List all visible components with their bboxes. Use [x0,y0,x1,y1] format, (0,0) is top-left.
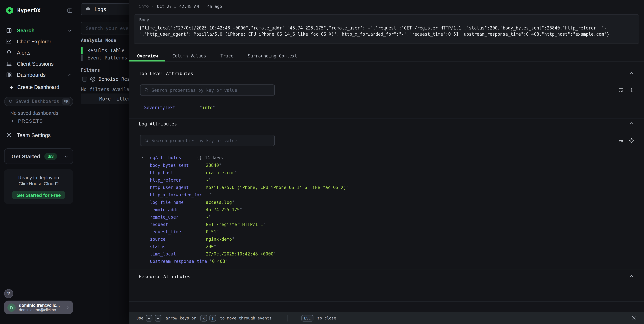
kbd-esc[interactable]: ESC [302,315,313,321]
chevron-down-icon [67,28,72,33]
line-chart-icon [6,38,12,45]
kbd-right-arrow[interactable]: → [155,315,162,321]
attribute-value[interactable]: - [204,192,212,197]
get-started-free-button[interactable]: Get Started for Free [12,191,65,199]
presets-toggle[interactable]: PRESETS [10,119,43,123]
attribute-key[interactable]: body_bytes_sent [150,163,201,168]
team-settings-item[interactable]: Team Settings [6,132,51,138]
section-divider [129,118,644,119]
help-button[interactable]: ? [4,289,13,298]
sidebar-item-alerts[interactable]: Alerts [0,47,77,58]
event-search-input[interactable] [86,25,136,31]
mode-event-patterns[interactable]: Event Patterns [82,54,127,61]
attribute-value[interactable]: 27/Oct/2025:10:42:48 +0000 [203,251,276,256]
section-title-resource-attributes: Resource Attributes [139,274,190,279]
attribute-key[interactable]: status [150,244,201,249]
saved-dashboards-search[interactable]: ⌘K [4,97,73,106]
close-icon[interactable] [631,315,636,321]
source-selector[interactable]: Logs [81,3,136,15]
chevron-up-icon [67,73,72,77]
attribute-value[interactable]: 23840 [203,163,222,168]
attribute-value[interactable]: info [200,105,215,110]
keyboard-hints-bar: Use ← → arrow keys or k j to move throug… [129,312,644,324]
attribute-key[interactable]: SeverityText [144,105,197,110]
attribute-value[interactable]: 0.51 [203,229,219,234]
tab-overview[interactable]: Overview [137,53,158,58]
attribute-key[interactable]: http_host [150,170,201,175]
active-tab-underline [129,60,165,61]
attribute-value[interactable]: 45.74.225.175 [203,207,242,212]
gear-icon[interactable] [629,87,634,93]
caret-down-icon[interactable]: ▾ [142,156,145,159]
attribute-value[interactable]: Mozilla/5.0 (iPhone; CPU iPhone OS 14_6 … [203,185,349,190]
hint-use: Use [136,316,144,320]
saved-dashboards-input[interactable] [16,99,62,104]
search-icon [144,138,149,143]
cmd-k-shortcut: ⌘K [62,98,70,105]
attribute-value[interactable]: 200 [203,244,216,249]
top-level-search-input[interactable] [152,88,271,92]
log-attributes-search-input[interactable] [152,138,271,143]
attribute-key[interactable]: http_user_agent [150,185,201,190]
attribute-key[interactable]: remote_addr [150,207,201,212]
attribute-value[interactable]: 0.408 [210,259,228,264]
search-list-icon [6,27,12,34]
kbd-j[interactable]: j [209,315,216,321]
collapse-sidebar-icon[interactable] [67,7,73,13]
attribute-value[interactable]: GET /register HTTP/1.1 [203,222,266,227]
attribute-value[interactable]: - [203,214,211,219]
sidebar-item-dashboards[interactable]: Dashboards [0,69,77,80]
log-attributes-tools [618,138,634,143]
attribute-row: log.file.name access.log [150,198,234,206]
user-account-card[interactable]: D dominic.tran@clic... dominic.tran@clic… [4,301,73,314]
attribute-key[interactable]: source [150,237,201,241]
sidebar-item-label: Alerts [17,50,30,56]
gear-icon[interactable] [629,138,634,143]
collapse-section-icon[interactable] [629,121,634,126]
sidebar-item-label: Client Sessions [17,61,54,67]
wrap-lines-icon[interactable] [618,138,624,143]
no-saved-dashboards-text: No saved dashboards [10,110,58,116]
chevron-right-icon [10,119,14,123]
attribute-key[interactable]: upstream_response_time [150,259,207,264]
attribute-value[interactable]: - [203,177,211,182]
kbd-left-arrow[interactable]: ← [146,315,152,321]
attribute-row: http_user_agent Mozilla/5.0 (iPhone; CPU… [150,184,349,191]
tab-surrounding-context[interactable]: Surrounding Context [248,53,297,58]
attribute-row: status 200 [150,243,216,250]
attribute-value[interactable]: example.com [203,170,237,175]
kbd-k[interactable]: k [200,315,207,321]
tree-root-key[interactable]: LogAttributes [148,155,194,160]
sidebar-item-client-sessions[interactable]: Client Sessions [0,58,77,69]
more-filters-button[interactable]: More filters [81,94,136,104]
collapse-section-icon[interactable] [629,274,634,279]
tab-column-values[interactable]: Column Values [172,53,206,58]
hint-divider [287,315,288,321]
attribute-key[interactable]: request_time [150,229,201,234]
sidebar-item-chart-explorer[interactable]: Chart Explorer [0,36,77,47]
attribute-key[interactable]: time_local [150,251,201,256]
attribute-key[interactable]: request [150,222,201,227]
log-attributes-search-box[interactable] [140,135,275,146]
attribute-value[interactable]: nginx-demo [203,237,234,241]
mode-results-table[interactable]: Results Table [82,47,127,54]
denoise-checkbox[interactable] [82,77,87,82]
attribute-key[interactable]: http_referer [150,177,201,182]
attribute-key[interactable]: log.file.name [150,200,201,204]
get-started-card[interactable]: Get Started 3/3 [4,149,73,164]
event-detail-panel: info · Oct 27 5:42:48 AM · 4h ago Body {… [129,0,644,324]
attribute-key[interactable]: http_x_forwarded_for [150,192,202,197]
event-search-box[interactable] [81,22,136,34]
event-header: info · Oct 27 5:42:48 AM · 4h ago [139,4,222,8]
top-level-search-box[interactable] [140,84,275,96]
attribute-value[interactable]: access.log [203,200,234,204]
section-title-log-attributes: Log Attributes [139,122,177,127]
tab-trace[interactable]: Trace [220,53,234,58]
sidebar-item-search[interactable]: Search [0,25,77,36]
create-dashboard-button[interactable]: + Create Dashboard [10,84,60,91]
attribute-key[interactable]: remote_user [150,214,201,219]
wrap-lines-icon[interactable] [618,87,624,93]
collapse-section-icon[interactable] [629,71,634,76]
denoise-icon [90,77,95,82]
detail-tabs: Overview Column Values Trace Surrounding… [129,51,644,62]
